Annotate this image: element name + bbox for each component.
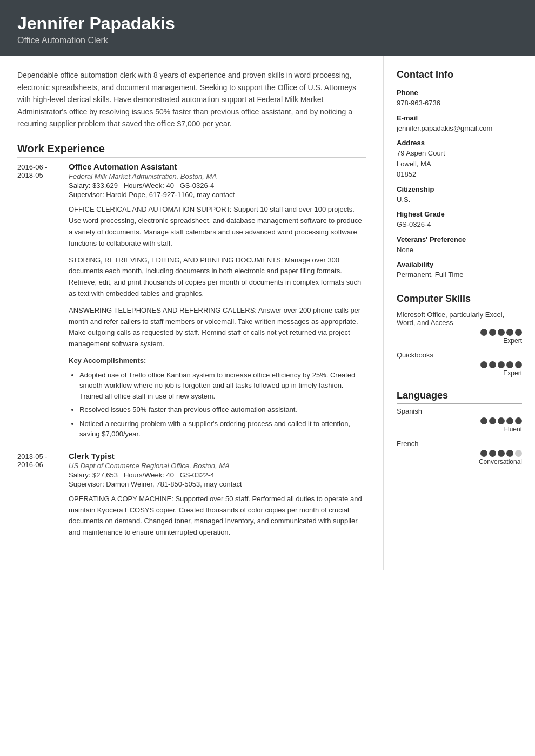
lang-dot-1-2 [498,450,505,457]
job-title-1: Office Automation Assistant [69,162,366,171]
dot-0-3 [506,329,513,336]
skill-level-0: Expert [397,337,522,345]
address-line3: 01852 [397,169,522,180]
candidate-title: Office Automation Clerk [17,36,518,45]
languages-section: Languages Spanish Fluent French [397,390,522,465]
lang-item-1: French Conversational [397,440,522,465]
contact-info-section: Contact Info Phone 978-963-6736 E-mail j… [397,69,522,280]
right-sidebar: Contact Info Phone 978-963-6736 E-mail j… [384,56,535,496]
job-entry-2: 2013-05 - 2016-06 Clerk Typist US Dept o… [17,451,366,544]
lang-name-0: Spanish [397,407,522,415]
email-value: jennifer.papadakis@gmail.com [397,123,522,134]
accomplishment-1-2: Noticed a recurring problem with a suppl… [79,418,366,440]
lang-dot-0-0 [480,417,487,424]
lang-dot-0-3 [506,417,513,424]
skill-dots-1 [397,361,522,368]
job-para-1-0: OFFICE CLERICAL AND AUTOMATION SUPPORT: … [69,204,366,249]
lang-dots-1 [397,450,522,457]
job-para-1-1: STORING, RETRIEVING, EDITING, AND PRINTI… [69,255,366,300]
job-supervisor-1: Supervisor: Harold Pope, 617-927-1160, m… [69,191,366,199]
job-org-2: US Dept of Commerce Regional Office, Bos… [69,462,366,470]
highest-grade-label: Highest Grade [397,210,522,218]
accomplishment-1-1: Resolved issues 50% faster than previous… [79,404,366,415]
dot-1-0 [480,361,487,368]
dot-0-0 [480,329,487,336]
skill-dots-0 [397,329,522,336]
lang-dot-1-0 [480,450,487,457]
job-details-1: Office Automation Assistant Federal Milk… [69,162,366,442]
email-label: E-mail [397,114,522,122]
highest-grade-value: GS-0326-4 [397,219,522,230]
resume-header: Jennifer Papadakis Office Automation Cle… [0,0,535,56]
address-label: Address [397,139,522,147]
veterans-value: None [397,245,522,255]
skill-level-1: Expert [397,369,522,377]
summary-text: Dependable office automation clerk with … [17,69,366,130]
work-experience-section: Work Experience 2016-06 - 2018-05 Office… [17,143,366,544]
lang-item-0: Spanish Fluent [397,407,522,433]
job-entry-1: 2016-06 - 2018-05 Office Automation Assi… [17,162,366,442]
lang-dot-1-1 [489,450,496,457]
skill-item-1: Quickbooks Expert [397,351,522,377]
job-details-2: Clerk Typist US Dept of Commerce Regiona… [69,451,366,544]
dot-0-4 [515,329,522,336]
computer-skills-section: Computer Skills Microsoft Office, partic… [397,293,522,377]
job-desc-1: OFFICE CLERICAL AND AUTOMATION SUPPORT: … [69,204,366,439]
dot-1-3 [506,361,513,368]
key-accomplishments-label-1: Key Accomplishments: [69,355,366,367]
citizenship-value: U.S. [397,194,522,205]
dot-0-1 [489,329,496,336]
skill-item-0: Microsoft Office, particularly Excel, Wo… [397,310,522,345]
phone-value: 978-963-6736 [397,98,522,109]
lang-dot-1-4 [515,450,522,457]
work-experience-heading: Work Experience [17,143,366,158]
candidate-name: Jennifer Papadakis [17,13,518,33]
job-para-1-2: ANSWERING TELEPHONES AND REFERRING CALLE… [69,305,366,350]
job-dates-2: 2013-05 - 2016-06 [17,451,69,469]
accomplishments-list-1: Adopted use of Trello office Kanban syst… [69,370,366,440]
job-meta-salary-1: Salary: $33,629 Hours/Week: 40 GS-0326-4 [69,181,366,190]
lang-dot-0-4 [515,417,522,424]
address-line1: 79 Aspen Court [397,148,522,159]
left-column: Dependable office automation clerk with … [0,56,384,570]
lang-dots-0 [397,417,522,424]
phone-label: Phone [397,89,522,97]
accomplishment-1-0: Adopted use of Trello office Kanban syst… [79,370,366,402]
lang-dot-0-1 [489,417,496,424]
main-layout: Dependable office automation clerk with … [0,56,535,570]
job-desc-2: OPERATING A COPY MACHINE: Supported over… [69,494,366,538]
lang-name-1: French [397,440,522,448]
dot-0-2 [498,329,505,336]
lang-dot-0-2 [498,417,505,424]
computer-skills-heading: Computer Skills [397,293,522,307]
job-org-1: Federal Milk Market Administration, Bost… [69,172,366,180]
contact-info-heading: Contact Info [397,69,522,83]
citizenship-label: Citizenship [397,185,522,193]
job-dates-1: 2016-06 - 2018-05 [17,162,69,179]
address-line2: Lowell, MA [397,159,522,170]
job-para-2-0: OPERATING A COPY MACHINE: Supported over… [69,494,366,538]
dot-1-2 [498,361,505,368]
lang-dot-1-3 [506,450,513,457]
job-supervisor-2: Supervisor: Damon Weiner, 781-850-5053, … [69,480,366,488]
skill-name-1: Quickbooks [397,351,522,359]
skill-name-0: Microsoft Office, particularly Excel, Wo… [397,310,522,327]
lang-level-1: Conversational [397,458,522,465]
languages-heading: Languages [397,390,522,404]
job-meta-salary-2: Salary: $27,653 Hours/Week: 40 GS-0322-4 [69,471,366,479]
availability-value: Permanent, Full Time [397,269,522,280]
availability-label: Availability [397,260,522,268]
dot-1-4 [515,361,522,368]
veterans-label: Veterans' Preference [397,235,522,244]
job-title-2: Clerk Typist [69,451,366,461]
lang-level-0: Fluent [397,426,522,433]
dot-1-1 [489,361,496,368]
